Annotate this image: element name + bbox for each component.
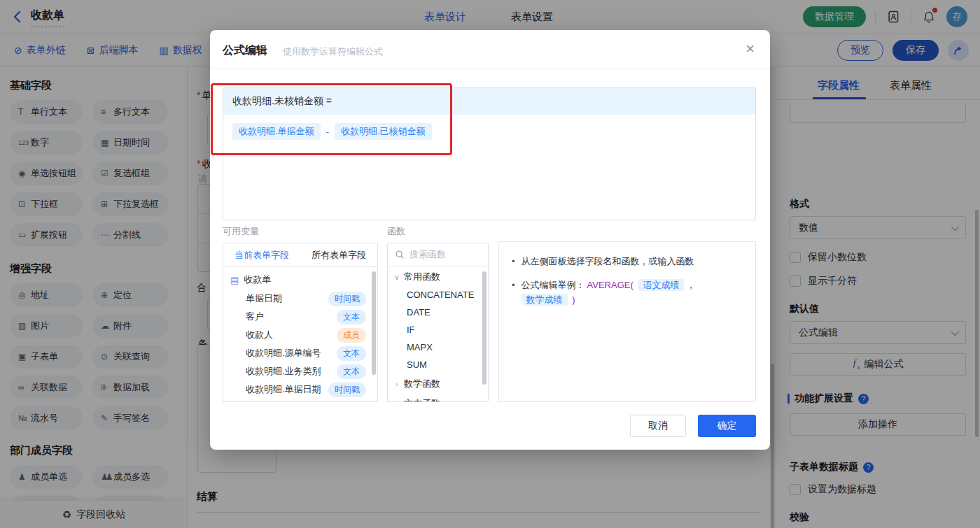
- function-item-mapx[interactable]: MAPX: [388, 338, 488, 356]
- type-badge: 时间戳: [328, 292, 366, 306]
- function-search-input[interactable]: 搜索函数: [388, 243, 488, 266]
- bullet-dot: •: [512, 254, 515, 269]
- confirm-button[interactable]: 确定: [698, 415, 756, 437]
- tab-current-form-fields[interactable]: 当前表单字段: [223, 243, 300, 266]
- variables-label: 可用变量: [223, 225, 259, 238]
- variable-row[interactable]: 客户 文本: [223, 308, 377, 326]
- example-token-1: 语文成绩: [638, 279, 684, 291]
- app-root: 收款单 表单设计 表单设置 数据管理 存 ⊘ 表单外链 ⊠ 后端脚: [0, 0, 980, 528]
- cancel-button[interactable]: 取消: [630, 415, 686, 437]
- modal-title: 公式编辑: [223, 43, 267, 58]
- tip-line-2: • 公式编辑举例：AVERAGE( 语文成绩， 数学成绩 ): [512, 278, 746, 307]
- function-group-text[interactable]: › 文本函数: [388, 394, 488, 402]
- function-item-sum[interactable]: SUM: [388, 356, 488, 373]
- variable-row[interactable]: 收款人 成员: [223, 326, 377, 344]
- formula-editor-modal: 公式编辑 使用数学运算符编辑公式 × 收款明细.未核销金额 = 收款明细.单据金…: [210, 30, 770, 450]
- type-badge: 时间戳: [328, 383, 366, 397]
- caret-down-icon: ∨: [393, 273, 400, 281]
- functions-panel: 搜索函数 ∨ 常用函数 CONCATENATE DATE IF MAPX SUM…: [387, 243, 489, 402]
- modal-header: 公式编辑 使用数学运算符编辑公式 ×: [210, 30, 770, 69]
- example-token-2: 数学成绩: [522, 294, 568, 306]
- caret-right-icon: ›: [393, 400, 400, 403]
- variable-row[interactable]: 单据日期 时间戳: [223, 290, 377, 308]
- tip-line-1: • 从左侧面板选择字段名和函数，或输入函数: [512, 254, 746, 269]
- variable-row[interactable]: 收款明细.业务类别 文本: [223, 362, 377, 380]
- tips-panel: • 从左侧面板选择字段名和函数，或输入函数 • 公式编辑举例：AVERAGE( …: [498, 241, 756, 402]
- function-close-example: ): [572, 294, 575, 305]
- variable-row[interactable]: 收款明细.单据日期 时间戳: [223, 380, 377, 399]
- type-badge: 成员: [337, 328, 366, 343]
- function-name-example: AVERAGE(: [587, 280, 634, 290]
- function-group-math[interactable]: › 数学函数: [388, 375, 488, 393]
- search-placeholder: 搜索函数: [410, 248, 446, 261]
- tab-all-form-fields[interactable]: 所有表单字段: [300, 243, 377, 266]
- caret-right-icon: ›: [393, 380, 400, 388]
- variables-scrollbar-thumb[interactable]: [372, 271, 376, 375]
- type-badge: 文本: [337, 346, 366, 361]
- form-file-icon: ▤: [230, 275, 239, 285]
- variable-row[interactable]: 收款明细.源单编号 文本: [223, 344, 377, 362]
- modal-subtitle: 使用数学运算符编辑公式: [283, 45, 383, 58]
- function-item-date[interactable]: DATE: [388, 304, 488, 321]
- formula-editor-area[interactable]: 收款明细.未核销金额 = 收款明细.单据金额 - 收款明细.已核销金额: [223, 87, 756, 220]
- functions-label: 函数: [387, 225, 405, 238]
- minus-operator: -: [326, 127, 329, 137]
- function-item-concatenate[interactable]: CONCATENATE: [388, 286, 488, 304]
- bullet-dot: •: [512, 278, 515, 292]
- variables-tree-root[interactable]: ▤ 收款单: [223, 270, 377, 290]
- formula-target-row: 收款明细.未核销金额 =: [223, 88, 755, 115]
- formula-token-1[interactable]: 收款明细.单据金额: [232, 123, 321, 140]
- close-icon[interactable]: ×: [746, 40, 755, 58]
- function-item-if[interactable]: IF: [388, 321, 488, 338]
- variables-panel: 当前表单字段 所有表单字段 ▤ 收款单 单据日期 时间戳 客户 文本 收款人 成…: [223, 243, 378, 402]
- functions-scrollbar-thumb[interactable]: [482, 271, 486, 385]
- formula-token-2[interactable]: 收款明细.已核销金额: [335, 123, 432, 140]
- search-icon: [395, 250, 405, 259]
- function-group-common[interactable]: ∨ 常用函数: [388, 268, 488, 286]
- type-badge: 文本: [337, 364, 366, 379]
- type-badge: 文本: [337, 310, 366, 324]
